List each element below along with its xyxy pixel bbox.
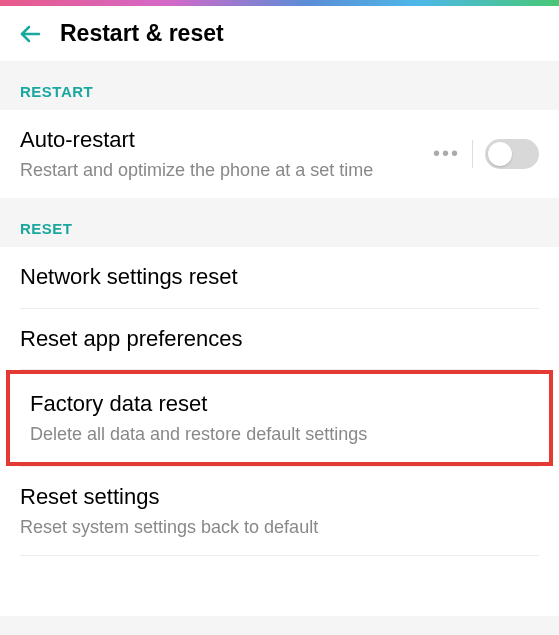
- network-settings-reset-title: Network settings reset: [20, 263, 539, 292]
- section-restart-header: RESTART: [0, 61, 559, 110]
- reset-settings-row[interactable]: Reset settings Reset system settings bac…: [0, 467, 559, 555]
- reset-app-preferences-row[interactable]: Reset app preferences: [0, 309, 559, 370]
- divider: [472, 140, 473, 168]
- back-arrow-icon[interactable]: [18, 22, 42, 46]
- page-title: Restart & reset: [60, 20, 224, 47]
- network-settings-reset-row[interactable]: Network settings reset: [0, 247, 559, 308]
- spacer: [0, 556, 559, 616]
- auto-restart-actions: •••: [433, 139, 539, 169]
- auto-restart-title: Auto-restart: [20, 126, 433, 155]
- factory-data-reset-title: Factory data reset: [30, 390, 529, 419]
- more-icon[interactable]: •••: [433, 142, 460, 165]
- reset-app-preferences-title: Reset app preferences: [20, 325, 539, 354]
- auto-restart-subtitle: Restart and optimize the phone at a set …: [20, 159, 433, 182]
- reset-settings-subtitle: Reset system settings back to default: [20, 516, 539, 539]
- auto-restart-row[interactable]: Auto-restart Restart and optimize the ph…: [0, 110, 559, 198]
- auto-restart-content: Auto-restart Restart and optimize the ph…: [20, 126, 433, 182]
- header: Restart & reset: [0, 6, 559, 61]
- section-reset-header: RESET: [0, 198, 559, 247]
- auto-restart-toggle[interactable]: [485, 139, 539, 169]
- factory-data-reset-row[interactable]: Factory data reset Delete all data and r…: [6, 370, 553, 466]
- factory-data-reset-subtitle: Delete all data and restore default sett…: [30, 423, 529, 446]
- reset-settings-title: Reset settings: [20, 483, 539, 512]
- toggle-knob: [488, 142, 512, 166]
